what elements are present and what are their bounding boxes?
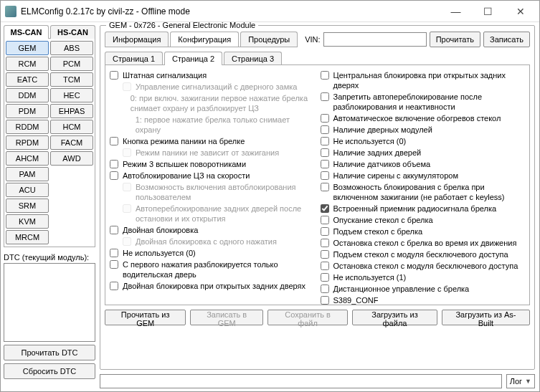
- module-button-ddm[interactable]: DDM: [6, 88, 49, 102]
- page-tab-1[interactable]: Страница 1: [105, 52, 163, 65]
- option-checkbox[interactable]: [110, 137, 118, 145]
- option-checkbox[interactable]: [321, 227, 329, 236]
- vin-label: VIN:: [305, 35, 320, 44]
- option-label: Штатная сигнализация: [123, 70, 207, 80]
- minimize-button[interactable]: —: [440, 1, 472, 21]
- option-checkbox[interactable]: [321, 273, 329, 282]
- module-button-kvm[interactable]: KVM: [6, 214, 49, 229]
- gem-tab-proc[interactable]: Процедуры: [240, 32, 298, 47]
- option-checkbox[interactable]: [321, 125, 329, 134]
- option-row: 1: первое нажатие брелка только снимает …: [110, 114, 315, 135]
- module-button-abs[interactable]: ABS: [50, 41, 93, 55]
- option-checkbox[interactable]: [110, 260, 118, 269]
- option-checkbox[interactable]: [110, 226, 118, 234]
- save-to-file-button[interactable]: Сохранить в файл: [267, 310, 348, 325]
- option-row: Двойная блокировка: [110, 224, 315, 236]
- load-from-file-button[interactable]: Загрузить из файла: [352, 310, 437, 325]
- dtc-reset-button[interactable]: Сбросить DTC: [4, 363, 95, 379]
- module-button-pcm[interactable]: PCM: [50, 57, 93, 71]
- module-button-hec[interactable]: HEC: [50, 88, 93, 102]
- module-button-eatc[interactable]: EATC: [6, 72, 49, 87]
- load-from-asbuilt-button[interactable]: Загрузить из As-Built: [442, 310, 530, 325]
- option-checkbox[interactable]: [321, 160, 329, 168]
- write-to-gem-button[interactable]: Записать в GEM: [190, 310, 263, 325]
- option-checkbox: [123, 183, 131, 191]
- options-column-right: Центральная блокировка при открытых задн…: [321, 70, 526, 302]
- option-row: Двойная блокировка с одного нажатия: [110, 236, 315, 247]
- option-checkbox[interactable]: [110, 160, 118, 168]
- dtc-list[interactable]: [4, 263, 95, 342]
- vin-input[interactable]: [323, 32, 427, 47]
- log-input[interactable]: [100, 374, 502, 388]
- dtc-label: DTC (текущий модуль):: [4, 253, 95, 262]
- option-checkbox[interactable]: [321, 183, 329, 191]
- option-checkbox[interactable]: [110, 71, 118, 80]
- option-checkbox: [123, 204, 131, 213]
- option-row: Не используется (1): [321, 272, 526, 283]
- module-button-facm[interactable]: FACM: [50, 135, 93, 150]
- close-button[interactable]: ✕: [504, 1, 536, 21]
- option-label: Управление сигнализаций с дверного замка: [136, 82, 297, 92]
- option-checkbox[interactable]: [110, 171, 118, 180]
- option-checkbox[interactable]: [321, 296, 329, 305]
- module-button-mrcm[interactable]: MRCM: [6, 230, 49, 244]
- module-button-acu[interactable]: ACU: [6, 183, 49, 197]
- option-checkbox[interactable]: [110, 282, 118, 290]
- read-button[interactable]: Прочитать: [430, 32, 480, 47]
- module-button-srm[interactable]: SRM: [6, 199, 49, 213]
- option-checkbox[interactable]: [321, 250, 329, 259]
- option-row: Встроенный приемник радиосигнала брелка: [321, 203, 526, 214]
- option-row: Дистанционное управление с брелка: [321, 283, 526, 295]
- module-button-awd[interactable]: AWD: [50, 151, 93, 166]
- option-checkbox[interactable]: [321, 71, 329, 80]
- option-checkbox[interactable]: [321, 171, 329, 180]
- module-button-rddm[interactable]: RDDM: [6, 120, 49, 134]
- module-button-pam[interactable]: PAM: [6, 167, 49, 181]
- page-tab-3[interactable]: Страница 3: [224, 52, 282, 65]
- dtc-read-button[interactable]: Прочитать DTC: [4, 345, 95, 360]
- gem-group-legend: GEM - 0x726 - General Electronic Module: [106, 22, 258, 29]
- option-label: Кнопка режима паники на брелке: [123, 136, 245, 146]
- option-label: Двойная блокировка при открытых задних д…: [123, 281, 305, 291]
- module-button-hcm[interactable]: HCM: [50, 120, 93, 134]
- option-checkbox[interactable]: [321, 92, 329, 101]
- option-label: Автопереблокирование задних дверей после…: [136, 204, 315, 224]
- gem-tab-config[interactable]: Конфигурация: [170, 32, 239, 47]
- page-body: Штатная сигнализацияУправление сигнализа…: [105, 64, 530, 305]
- write-button[interactable]: Записать: [483, 32, 530, 47]
- bus-tab-hscan[interactable]: HS-CAN: [50, 25, 95, 39]
- option-checkbox[interactable]: [321, 137, 329, 145]
- module-button-pdm[interactable]: PDM: [6, 104, 49, 118]
- option-label: Режим паники не зависит от зажигания: [136, 148, 279, 158]
- module-button-ehpas[interactable]: EHPAS: [50, 104, 93, 118]
- option-row: S389_CONF: [321, 295, 526, 306]
- gem-tab-info[interactable]: Информация: [105, 32, 169, 47]
- module-button-gem[interactable]: GEM: [6, 41, 49, 55]
- option-row: Режим 3 вспышек поворотниками: [110, 158, 315, 170]
- option-checkbox[interactable]: [321, 216, 329, 224]
- option-label: Автоблокирование ЦЗ на скорости: [123, 171, 250, 181]
- module-button-rcm[interactable]: RCM: [6, 57, 49, 71]
- option-label: S389_CONF: [333, 295, 379, 305]
- option-checkbox[interactable]: [110, 249, 118, 257]
- chevron-down-icon: ▼: [525, 378, 531, 385]
- module-button-rpdm[interactable]: RPDM: [6, 135, 49, 150]
- option-label: Двойная блокировка: [123, 225, 198, 235]
- bus-tab-mscan[interactable]: MS-CAN: [4, 25, 49, 39]
- option-checkbox[interactable]: [321, 114, 329, 123]
- option-label: Наличие датчиков объема: [333, 159, 431, 169]
- option-row: Автоматическое включение обогревов стеко…: [321, 113, 526, 124]
- option-checkbox[interactable]: [321, 239, 329, 247]
- option-row: Наличие датчиков объема: [321, 158, 526, 170]
- module-button-tcm[interactable]: TCM: [50, 72, 93, 87]
- option-checkbox[interactable]: [321, 262, 329, 270]
- page-tab-2[interactable]: Страница 2: [164, 52, 222, 65]
- module-button-ahcm[interactable]: AHCM: [6, 151, 49, 166]
- log-combo[interactable]: Лог ▼: [506, 374, 535, 388]
- option-label: С первого нажатия разблокируется только …: [123, 259, 315, 279]
- read-from-gem-button[interactable]: Прочитать из GEM: [105, 310, 186, 325]
- option-checkbox[interactable]: [321, 204, 329, 213]
- option-checkbox[interactable]: [321, 285, 329, 293]
- option-checkbox[interactable]: [321, 148, 329, 157]
- maximize-button[interactable]: ☐: [472, 1, 504, 21]
